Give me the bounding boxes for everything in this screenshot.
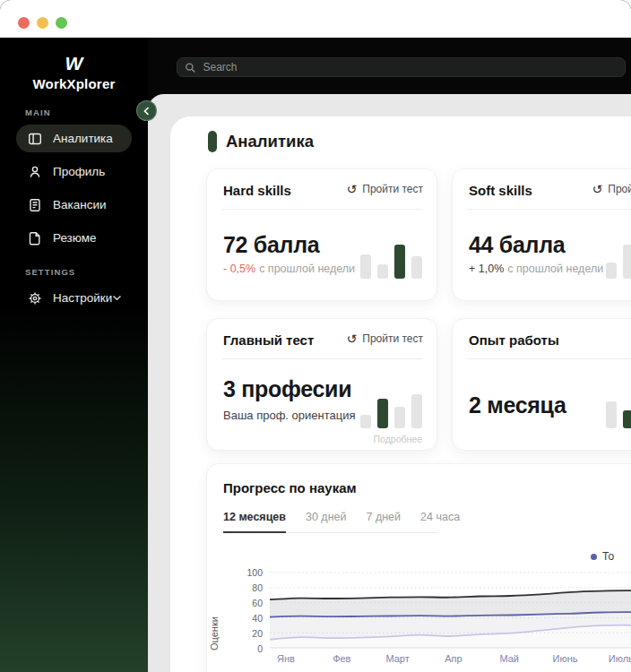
stat-delta: - 0,5% [223,263,255,275]
x-tick-label: Июнь [553,653,578,664]
stat-subtitle: Ваша проф. ориентация [223,409,356,422]
sidebar-item-settings[interactable]: Настройки [16,284,132,312]
legend-dot-icon [591,554,597,560]
search-bar[interactable] [177,57,626,77]
logo-mark: W [0,54,148,73]
more-link[interactable]: Подробнее [374,434,422,444]
take-test-button[interactable]: ↺ Пройти тест [347,183,423,195]
take-test-button[interactable]: ↺ Пройти тест [592,183,631,195]
x-tick-label: Май [499,653,519,664]
stat-value: 3 професии [223,378,351,401]
divider [221,358,422,359]
x-tick-label: Апр [445,653,462,664]
take-test-label: Пройти тест [608,183,631,195]
sidebar-item-label: Резюме [53,231,97,245]
take-test-label: Пройти тест [362,183,423,195]
stat-value: 72 балла [223,234,319,256]
take-test-button[interactable]: ↺ Пройти тест [347,332,423,345]
title-accent-pill [208,131,217,152]
mini-bar [411,394,422,428]
page-title: Аналитика [208,131,314,152]
search-icon [185,62,196,73]
progress-title: Прогресс по наукам [223,480,357,495]
content-area: Аналитика Hard skills ↺ Пройти тест 72 б… [148,94,631,672]
mini-bar [394,245,405,279]
sidebar-item-vacancies[interactable]: Вакансии [16,191,132,219]
take-test-label: Пройти тест [362,332,423,345]
mini-bar [377,399,388,428]
card-hard-skills: Hard skills ↺ Пройти тест 72 балла - 0,5… [206,168,437,301]
y-tick-label: 80 [232,582,263,593]
sidebar: W WorkXplorer MAIN Аналитика Профиль [0,38,148,672]
mini-bar [360,415,371,428]
close-window-icon[interactable] [18,17,30,29]
y-tick-label: 0 [232,643,263,654]
document-icon [28,231,42,246]
page-title-text: Аналитика [226,132,314,151]
y-axis-label: Оценки [209,579,220,650]
person-icon [28,165,42,179]
minimize-window-icon[interactable] [37,17,48,29]
sidebar-item-label: Аналитика [53,132,113,145]
mini-bar-chart [360,394,422,428]
card-main-test: Главный тест ↺ Пройти тест 3 професии Ва… [206,318,437,451]
card-title: Soft skills [469,183,532,198]
card-title: Hard skills [223,183,291,198]
divider [467,209,631,210]
mini-bar [411,256,422,279]
period-tab[interactable]: 24 часа [420,511,460,533]
collapse-sidebar-button[interactable] [136,100,157,121]
progress-line-chart [270,565,631,656]
x-tick-label: Янв [277,653,295,664]
mini-bar [606,401,617,428]
divider [221,209,422,210]
legend-label: То [602,550,614,563]
analytics-layout-icon [28,132,42,146]
y-tick-label: 40 [232,613,263,624]
sidebar-section-settings: SETTINGS [25,267,148,277]
sidebar-item-analytics[interactable]: Аналитика [16,125,132,152]
mini-bar-chart [606,245,631,279]
mini-bar [377,264,388,279]
x-tick-label: Март [385,653,409,664]
main-panel: Аналитика Hard skills ↺ Пройти тест 72 б… [170,116,631,672]
sidebar-item-resume[interactable]: Резюме [16,224,132,252]
mini-bar [623,410,631,428]
refresh-icon: ↺ [347,332,358,345]
window-titlebar [0,0,631,38]
stat-subtitle: - 0,5%с прошлой недели [223,263,355,275]
period-tabs: 12 месяцев30 дней7 дней24 часа [223,511,438,533]
app-body: W WorkXplorer MAIN Аналитика Профиль [0,38,631,672]
period-tab[interactable]: 30 дней [306,511,347,533]
x-tick-label: Июль [609,653,631,664]
stat-value: 44 балла [469,234,565,256]
chevron-down-icon [112,295,122,301]
card-experience: Опыт работы 2 месяца [452,318,631,451]
mini-bar [606,263,617,279]
stat-delta-suffix: с прошлой недели [507,263,603,275]
logo: W WorkXplorer [0,38,148,91]
x-tick-label: Фев [333,653,350,664]
refresh-icon: ↺ [347,183,358,195]
card-soft-skills: Soft skills ↺ Пройти тест 44 балла + 1,0… [452,168,631,301]
stat-delta-suffix: с прошлой недели [259,263,355,275]
mini-bar [623,245,631,279]
logo-text: WorkXplorer [0,76,148,91]
stat-subtitle: + 1,0%с прошлой недели [469,263,603,275]
sidebar-item-profile[interactable]: Профиль [16,158,132,185]
sidebar-item-label: Профиль [53,165,105,178]
document-lines-icon [28,198,42,212]
mini-bar [394,407,405,428]
mini-bar [360,254,371,279]
divider [467,358,631,359]
y-tick-label: 60 [232,598,263,608]
stat-value: 2 месяца [469,394,566,417]
period-tab[interactable]: 7 дней [367,511,402,533]
maximize-window-icon[interactable] [56,17,67,29]
period-tab[interactable]: 12 месяцев [223,511,286,533]
gear-icon [28,291,42,306]
search-input[interactable] [202,60,618,74]
sidebar-section-main: MAIN [25,108,148,117]
app-window: W WorkXplorer MAIN Аналитика Профиль [0,0,631,672]
chart-legend: То [591,550,614,563]
